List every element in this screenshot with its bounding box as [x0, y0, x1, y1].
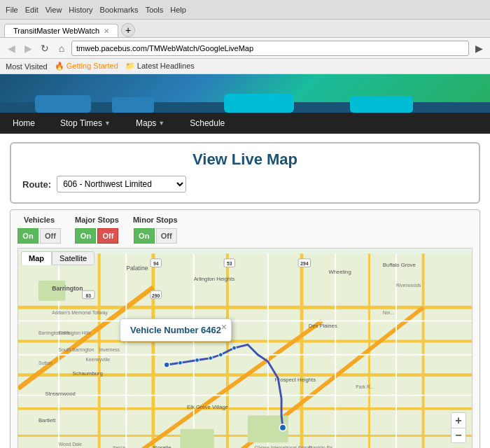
svg-text:Buffalo Grove: Buffalo Grove	[383, 262, 416, 268]
svg-text:Park R...: Park R...	[356, 384, 374, 389]
info-window-close-button[interactable]: ×	[221, 322, 227, 332]
svg-point-68	[209, 356, 213, 360]
svg-point-66	[178, 360, 183, 365]
active-tab[interactable]: TransitMaster WebWatch ✕	[4, 24, 118, 37]
menu-bookmarks[interactable]: Bookmarks	[100, 6, 139, 14]
vehicles-on-button[interactable]: On	[18, 228, 38, 244]
map-tabs-row: Map Satellite	[21, 251, 94, 265]
site-banner	[0, 74, 490, 113]
minor-stops-buttons: On Off	[134, 228, 177, 244]
svg-text:Keeneyville: Keeneyville	[85, 357, 110, 363]
map-area[interactable]: 94 290 294 83 53 Barrington Palatine Arl…	[18, 248, 472, 448]
svg-point-71	[279, 424, 286, 431]
major-stops-label: Major Stops	[75, 216, 119, 224]
svg-text:Elk Grove Village: Elk Grove Village	[187, 404, 228, 410]
svg-point-67	[195, 358, 200, 363]
major-stops-off-button[interactable]: Off	[97, 228, 118, 244]
minor-stops-on-button[interactable]: On	[134, 228, 155, 244]
vehicles-label: Vehicles	[24, 216, 55, 224]
svg-text:South Barrington: South Barrington	[59, 347, 94, 353]
map-background: 94 290 294 83 53 Barrington Palatine Arl…	[18, 248, 472, 448]
svg-text:Streamwood: Streamwood	[46, 391, 76, 397]
reload-button[interactable]: ↻	[38, 41, 52, 55]
major-stops-on-button[interactable]: On	[75, 228, 96, 244]
svg-text:Des Plaines: Des Plaines	[309, 323, 337, 329]
svg-text:Arlington Heights: Arlington Heights	[194, 276, 235, 282]
svg-text:94: 94	[153, 261, 159, 266]
menu-edit[interactable]: Edit	[25, 6, 38, 14]
svg-rect-25	[180, 429, 214, 448]
svg-text:Roselle: Roselle	[153, 444, 172, 448]
site-nav: Home Stop Times ▼ Maps ▼ Schedule	[0, 113, 490, 134]
menu-view[interactable]: View	[46, 6, 62, 14]
browser-menu[interactable]: File Edit View History Bookmarks Tools H…	[6, 6, 186, 14]
menu-tools[interactable]: Tools	[146, 6, 164, 14]
minor-stops-off-button[interactable]: Off	[156, 228, 177, 244]
svg-point-65	[164, 362, 169, 368]
svg-text:53: 53	[227, 261, 232, 266]
zoom-out-button[interactable]: −	[451, 428, 466, 443]
bookmarks-bar: Most Visited 🔥 Getting Started 📁 Latest …	[0, 59, 490, 74]
page-content: Home Stop Times ▼ Maps ▼ Schedule View L…	[0, 74, 490, 448]
menu-help[interactable]: Help	[170, 6, 186, 14]
svg-text:Wheeling: Wheeling	[329, 269, 351, 275]
back-button[interactable]: ◀	[4, 41, 18, 55]
svg-point-70	[232, 346, 237, 350]
svg-text:Schaumburg: Schaumburg	[72, 370, 103, 377]
svg-text:Itasca: Itasca	[113, 445, 125, 448]
svg-text:Addam's Memorial Tollway: Addam's Memorial Tollway	[52, 310, 108, 316]
svg-text:Bartlett: Bartlett	[38, 417, 56, 424]
svg-text:Riverwoods: Riverwoods	[396, 283, 421, 288]
forward-button[interactable]: ▶	[21, 41, 35, 55]
bookmark-getting-started[interactable]: 🔥 Getting Started	[55, 62, 118, 71]
svg-text:Nor...: Nor...	[383, 310, 394, 315]
svg-text:Barrington Hills: Barrington Hills	[38, 330, 71, 336]
map-tab-map[interactable]: Map	[21, 251, 52, 265]
bookmark-latest-headlines[interactable]: 📁 Latest Headlines	[125, 62, 195, 71]
menu-file[interactable]: File	[6, 6, 18, 14]
home-button[interactable]: ⌂	[55, 41, 69, 55]
nav-stop-times[interactable]: Stop Times ▼	[48, 113, 123, 134]
browser-toolbar: ◀ ▶ ↻ ⌂ ▶	[0, 38, 490, 59]
svg-text:Inverness: Inverness	[99, 347, 120, 352]
stop-times-dropdown-arrow: ▼	[104, 120, 111, 127]
svg-text:Sutton: Sutton	[38, 360, 52, 365]
major-stops-toggle-group: Major Stops On Off	[75, 216, 119, 244]
svg-text:Franklin Pa...: Franklin Pa...	[309, 445, 337, 448]
nav-schedule[interactable]: Schedule	[177, 113, 237, 134]
tab-close-button[interactable]: ✕	[104, 27, 109, 35]
minor-stops-label: Minor Stops	[133, 216, 178, 224]
tab-title: TransitMaster WebWatch	[13, 27, 99, 35]
map-panel: Vehicles On Off Major Stops On Off Minor…	[10, 209, 480, 448]
banner-decoration	[0, 92, 490, 113]
svg-text:Wood Dale: Wood Dale	[59, 442, 83, 447]
svg-point-69	[218, 353, 223, 357]
live-map-box: View Live Map Route: 606 - Northwest Lim…	[10, 142, 480, 204]
svg-text:290: 290	[152, 293, 160, 298]
svg-text:Prospect Heights: Prospect Heights	[274, 377, 316, 383]
maps-dropdown-arrow: ▼	[158, 120, 164, 127]
vehicles-buttons: On Off	[18, 228, 61, 244]
route-select[interactable]: 606 - Northwest Limited	[57, 176, 186, 192]
zoom-in-button[interactable]: +	[451, 412, 466, 428]
svg-text:Barrington: Barrington	[52, 285, 83, 292]
map-info-window: × Vehicle Number 6462	[120, 318, 232, 342]
go-button[interactable]: ▶	[472, 41, 486, 55]
map-container[interactable]: 94 290 294 83 53 Barrington Palatine Arl…	[18, 248, 472, 448]
new-tab-button[interactable]: +	[121, 23, 135, 37]
vehicles-off-button[interactable]: Off	[40, 228, 61, 244]
svg-text:83: 83	[86, 293, 92, 298]
nav-maps[interactable]: Maps ▼	[123, 113, 177, 134]
route-label: Route:	[22, 179, 51, 190]
info-window-title: Vehicle Number 6462	[129, 325, 223, 335]
map-tab-satellite[interactable]: Satellite	[52, 251, 94, 265]
nav-home[interactable]: Home	[0, 113, 48, 134]
svg-text:Palatine: Palatine	[126, 265, 148, 272]
vehicles-toggle-group: Vehicles On Off	[18, 216, 61, 244]
address-bar[interactable]	[71, 41, 469, 56]
menu-history[interactable]: History	[69, 6, 92, 14]
svg-text:O'Hare International Airport: O'Hare International Airport	[255, 445, 312, 448]
minor-stops-toggle-group: Minor Stops On Off	[133, 216, 178, 244]
toggle-groups: Vehicles On Off Major Stops On Off Minor…	[18, 216, 472, 244]
bookmark-most-visited[interactable]: Most Visited	[6, 62, 48, 71]
